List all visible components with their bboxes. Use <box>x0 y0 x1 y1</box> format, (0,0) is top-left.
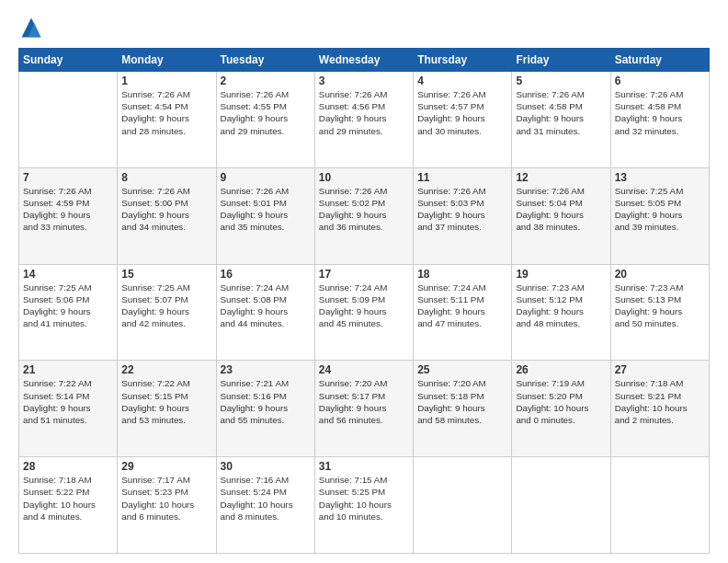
calendar-cell: 16Sunrise: 7:24 AMSunset: 5:08 PMDayligh… <box>216 264 314 361</box>
day-number: 22 <box>121 363 211 376</box>
day-info: Sunrise: 7:26 AMSunset: 4:55 PMDaylight:… <box>221 88 311 137</box>
day-info: Sunrise: 7:17 AMSunset: 5:23 PMDaylight:… <box>121 474 211 523</box>
day-number: 26 <box>516 363 606 376</box>
day-info: Sunrise: 7:26 AMSunset: 5:02 PMDaylight:… <box>319 185 409 234</box>
day-info: Sunrise: 7:24 AMSunset: 5:09 PMDaylight:… <box>319 282 409 330</box>
day-info: Sunrise: 7:18 AMSunset: 5:21 PMDaylight:… <box>615 377 705 426</box>
day-info: Sunrise: 7:26 AMSunset: 4:56 PMDaylight:… <box>319 88 409 137</box>
day-info: Sunrise: 7:22 AMSunset: 5:15 PMDaylight:… <box>121 377 211 426</box>
day-number: 8 <box>121 171 211 184</box>
calendar-cell: 29Sunrise: 7:17 AMSunset: 5:23 PMDayligh… <box>118 457 216 554</box>
calendar-cell: 22Sunrise: 7:22 AMSunset: 5:15 PMDayligh… <box>118 361 216 457</box>
calendar-cell: 30Sunrise: 7:16 AMSunset: 5:24 PMDayligh… <box>216 457 314 554</box>
day-number: 30 <box>221 460 311 473</box>
calendar-week-row: 14Sunrise: 7:25 AMSunset: 5:06 PMDayligh… <box>19 264 710 361</box>
day-info: Sunrise: 7:25 AMSunset: 5:05 PMDaylight:… <box>615 185 705 234</box>
day-info: Sunrise: 7:18 AMSunset: 5:22 PMDaylight:… <box>23 474 113 523</box>
day-info: Sunrise: 7:24 AMSunset: 5:08 PMDaylight:… <box>221 282 311 330</box>
calendar-header: SundayMondayTuesdayWednesdayThursdayFrid… <box>19 49 710 72</box>
day-number: 12 <box>516 171 606 184</box>
calendar-cell: 17Sunrise: 7:24 AMSunset: 5:09 PMDayligh… <box>314 264 413 361</box>
calendar-cell: 8Sunrise: 7:26 AMSunset: 5:00 PMDaylight… <box>118 167 216 264</box>
weekday-header-friday: Friday <box>512 49 610 72</box>
day-info: Sunrise: 7:26 AMSunset: 5:00 PMDaylight:… <box>121 185 211 234</box>
weekday-row: SundayMondayTuesdayWednesdayThursdayFrid… <box>19 49 710 72</box>
day-number: 27 <box>615 363 705 376</box>
weekday-header-sunday: Sunday <box>19 49 118 72</box>
calendar-cell: 2Sunrise: 7:26 AMSunset: 4:55 PMDaylight… <box>216 72 314 168</box>
day-number: 4 <box>417 75 507 87</box>
day-number: 14 <box>23 268 113 281</box>
day-info: Sunrise: 7:16 AMSunset: 5:24 PMDaylight:… <box>221 474 311 523</box>
day-number: 11 <box>417 171 507 184</box>
calendar-cell <box>610 457 709 554</box>
calendar-cell: 12Sunrise: 7:26 AMSunset: 5:04 PMDayligh… <box>512 167 610 264</box>
day-info: Sunrise: 7:20 AMSunset: 5:18 PMDaylight:… <box>417 377 507 426</box>
calendar-cell: 26Sunrise: 7:19 AMSunset: 5:20 PMDayligh… <box>512 361 610 457</box>
calendar-cell <box>414 457 512 554</box>
calendar-cell: 3Sunrise: 7:26 AMSunset: 4:56 PMDaylight… <box>314 72 413 168</box>
calendar-body: 1Sunrise: 7:26 AMSunset: 4:54 PMDaylight… <box>19 72 710 554</box>
calendar-cell <box>512 457 610 554</box>
day-info: Sunrise: 7:26 AMSunset: 4:57 PMDaylight:… <box>417 88 507 137</box>
day-number: 9 <box>221 171 311 184</box>
calendar-cell: 27Sunrise: 7:18 AMSunset: 5:21 PMDayligh… <box>610 361 709 457</box>
day-info: Sunrise: 7:23 AMSunset: 5:13 PMDaylight:… <box>615 282 705 330</box>
calendar-cell: 15Sunrise: 7:25 AMSunset: 5:07 PMDayligh… <box>118 264 216 361</box>
calendar-cell: 19Sunrise: 7:23 AMSunset: 5:12 PMDayligh… <box>512 264 610 361</box>
day-info: Sunrise: 7:26 AMSunset: 5:01 PMDaylight:… <box>221 185 311 234</box>
calendar-cell: 7Sunrise: 7:26 AMSunset: 4:59 PMDaylight… <box>19 167 118 264</box>
calendar-week-row: 7Sunrise: 7:26 AMSunset: 4:59 PMDaylight… <box>19 167 710 264</box>
day-number: 10 <box>319 171 409 184</box>
calendar-week-row: 1Sunrise: 7:26 AMSunset: 4:54 PMDaylight… <box>19 72 710 168</box>
calendar-cell: 4Sunrise: 7:26 AMSunset: 4:57 PMDaylight… <box>414 72 512 168</box>
calendar-cell: 9Sunrise: 7:26 AMSunset: 5:01 PMDaylight… <box>216 167 314 264</box>
calendar-cell: 20Sunrise: 7:23 AMSunset: 5:13 PMDayligh… <box>610 264 709 361</box>
day-info: Sunrise: 7:25 AMSunset: 5:07 PMDaylight:… <box>121 282 211 330</box>
day-number: 1 <box>121 75 211 87</box>
calendar-table: SundayMondayTuesdayWednesdayThursdayFrid… <box>18 48 710 554</box>
day-info: Sunrise: 7:26 AMSunset: 4:54 PMDaylight:… <box>121 88 211 137</box>
calendar-cell: 11Sunrise: 7:26 AMSunset: 5:03 PMDayligh… <box>414 167 512 264</box>
weekday-header-tuesday: Tuesday <box>216 49 314 72</box>
day-info: Sunrise: 7:19 AMSunset: 5:20 PMDaylight:… <box>516 377 606 426</box>
calendar-cell: 6Sunrise: 7:26 AMSunset: 4:58 PMDaylight… <box>610 72 709 168</box>
calendar-cell: 13Sunrise: 7:25 AMSunset: 5:05 PMDayligh… <box>610 167 709 264</box>
day-number: 18 <box>417 268 507 281</box>
day-number: 13 <box>615 171 705 184</box>
calendar-cell: 10Sunrise: 7:26 AMSunset: 5:02 PMDayligh… <box>314 167 413 264</box>
day-number: 6 <box>615 75 705 87</box>
weekday-header-thursday: Thursday <box>414 49 512 72</box>
day-number: 20 <box>615 268 705 281</box>
day-number: 21 <box>23 363 113 376</box>
calendar-cell: 18Sunrise: 7:24 AMSunset: 5:11 PMDayligh… <box>414 264 512 361</box>
day-info: Sunrise: 7:26 AMSunset: 4:58 PMDaylight:… <box>516 88 606 137</box>
calendar-cell: 1Sunrise: 7:26 AMSunset: 4:54 PMDaylight… <box>118 72 216 168</box>
calendar-cell: 31Sunrise: 7:15 AMSunset: 5:25 PMDayligh… <box>314 457 413 554</box>
day-info: Sunrise: 7:26 AMSunset: 5:03 PMDaylight:… <box>417 185 507 234</box>
day-number: 3 <box>319 75 409 87</box>
day-info: Sunrise: 7:21 AMSunset: 5:16 PMDaylight:… <box>221 377 311 426</box>
calendar-cell: 28Sunrise: 7:18 AMSunset: 5:22 PMDayligh… <box>19 457 118 554</box>
day-number: 15 <box>121 268 211 281</box>
day-number: 31 <box>319 460 409 473</box>
weekday-header-monday: Monday <box>118 49 216 72</box>
page: SundayMondayTuesdayWednesdayThursdayFrid… <box>0 0 728 563</box>
logo <box>18 15 48 40</box>
day-number: 7 <box>23 171 113 184</box>
calendar-week-row: 28Sunrise: 7:18 AMSunset: 5:22 PMDayligh… <box>19 457 710 554</box>
calendar-cell: 14Sunrise: 7:25 AMSunset: 5:06 PMDayligh… <box>19 264 118 361</box>
day-number: 25 <box>417 363 507 376</box>
day-info: Sunrise: 7:24 AMSunset: 5:11 PMDaylight:… <box>417 282 507 330</box>
weekday-header-wednesday: Wednesday <box>314 49 413 72</box>
day-info: Sunrise: 7:15 AMSunset: 5:25 PMDaylight:… <box>319 474 409 523</box>
weekday-header-saturday: Saturday <box>610 49 709 72</box>
day-info: Sunrise: 7:26 AMSunset: 5:04 PMDaylight:… <box>516 185 606 234</box>
calendar-cell: 23Sunrise: 7:21 AMSunset: 5:16 PMDayligh… <box>216 361 314 457</box>
day-number: 16 <box>221 268 311 281</box>
day-number: 24 <box>319 363 409 376</box>
day-info: Sunrise: 7:22 AMSunset: 5:14 PMDaylight:… <box>23 377 113 426</box>
day-number: 5 <box>516 75 606 87</box>
day-info: Sunrise: 7:26 AMSunset: 4:58 PMDaylight:… <box>615 88 705 137</box>
calendar-cell: 24Sunrise: 7:20 AMSunset: 5:17 PMDayligh… <box>314 361 413 457</box>
